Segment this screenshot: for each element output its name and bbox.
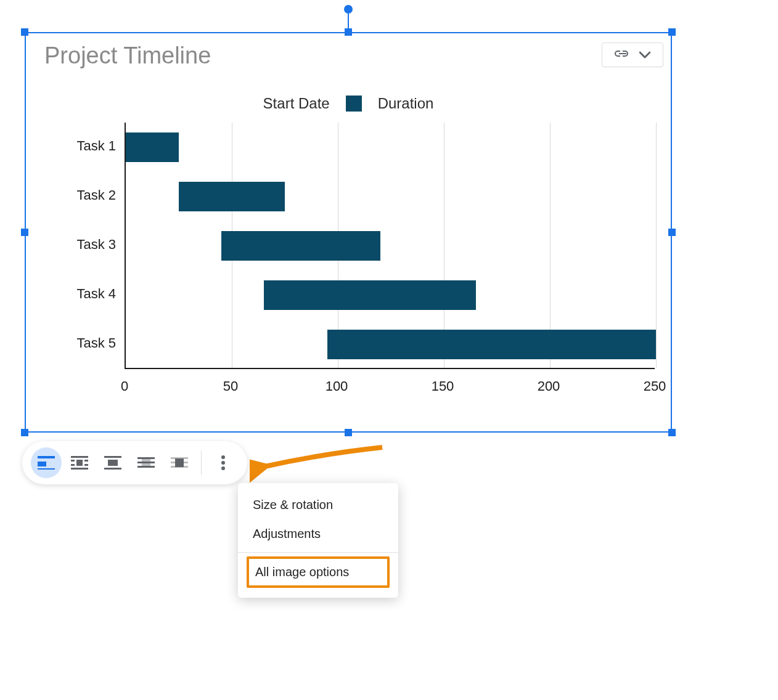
svg-rect-4 — [71, 460, 75, 462]
image-options-menu: Size & rotation Adjustments All image op… — [238, 483, 398, 598]
inline-button[interactable] — [31, 447, 62, 478]
bar-duration-segment — [126, 132, 179, 162]
legend-duration-label: Duration — [378, 95, 434, 112]
in-front-of-text-button[interactable] — [164, 447, 195, 478]
more-options-button[interactable] — [208, 447, 239, 478]
selection-handle-se[interactable] — [668, 429, 676, 436]
y-axis-label: Task 4 — [42, 286, 116, 302]
menu-item-adjustments[interactable]: Adjustments — [238, 519, 398, 548]
menu-divider — [238, 552, 398, 553]
x-axis-label: 100 — [326, 378, 348, 394]
break-text-icon — [104, 456, 121, 470]
svg-rect-10 — [104, 456, 121, 458]
bar-duration-segment — [264, 280, 476, 310]
x-axis-label: 200 — [538, 378, 560, 394]
selection-handle-ne[interactable] — [668, 28, 676, 36]
svg-point-22 — [221, 461, 225, 465]
legend-start-date-label: Start Date — [263, 95, 330, 112]
y-axis-label: Task 5 — [42, 335, 116, 351]
svg-rect-12 — [104, 468, 121, 470]
svg-rect-14 — [137, 457, 155, 459]
chart-title: Project Timeline — [44, 43, 211, 69]
behind-text-icon — [137, 456, 155, 470]
selection-handle-w[interactable] — [21, 229, 28, 236]
svg-rect-15 — [137, 462, 155, 463]
break-text-button[interactable] — [97, 447, 128, 478]
link-icon — [615, 51, 631, 59]
menu-item-size-rotation[interactable]: Size & rotation — [238, 490, 398, 519]
bar-duration-segment — [179, 182, 285, 211]
legend-duration-swatch — [346, 96, 362, 112]
svg-rect-0 — [38, 456, 55, 458]
svg-rect-7 — [71, 464, 75, 466]
bar-start-segment — [126, 280, 264, 310]
y-axis-label: Task 1 — [42, 138, 116, 154]
wrap-text-icon — [71, 456, 88, 470]
chart-legend: Start Date Duration — [26, 95, 671, 112]
chevron-down-icon — [639, 51, 650, 59]
svg-rect-1 — [38, 462, 46, 466]
in-front-of-text-icon — [171, 456, 188, 470]
svg-rect-16 — [137, 466, 155, 468]
x-axis-label: 250 — [644, 378, 666, 394]
gridline — [656, 123, 657, 368]
selection-handle-n[interactable] — [345, 28, 352, 36]
svg-rect-8 — [84, 464, 88, 466]
svg-point-23 — [221, 466, 225, 470]
bar-start-segment — [126, 182, 179, 211]
menu-item-all-image-options[interactable]: All image options — [247, 556, 390, 588]
svg-rect-3 — [71, 456, 88, 458]
svg-point-21 — [221, 455, 225, 459]
svg-rect-11 — [108, 460, 118, 466]
bar-start-segment — [126, 231, 221, 261]
wrap-text-button[interactable] — [64, 447, 95, 478]
x-axis-label: 0 — [121, 378, 128, 394]
bar-duration-segment — [221, 231, 380, 261]
x-axis-label: 150 — [432, 378, 454, 394]
plot-area — [125, 123, 655, 369]
bar-duration-segment — [327, 330, 656, 359]
bar-start-segment — [126, 330, 327, 359]
linked-chart-dropdown[interactable] — [602, 43, 663, 67]
annotation-arrow — [250, 441, 391, 484]
chart-selection-frame[interactable]: Project Timeline Start Date Duration — [25, 32, 672, 433]
y-axis-label: Task 2 — [42, 187, 116, 203]
kebab-icon — [221, 455, 225, 470]
behind-text-button[interactable] — [131, 447, 162, 478]
selection-handle-e[interactable] — [668, 229, 676, 236]
svg-rect-9 — [71, 468, 88, 470]
toolbar-divider — [201, 450, 202, 475]
svg-rect-6 — [76, 460, 83, 466]
rotation-handle[interactable] — [344, 5, 353, 14]
image-toolbar — [22, 441, 247, 484]
selection-handle-nw[interactable] — [21, 28, 28, 36]
svg-rect-20 — [175, 458, 184, 467]
svg-rect-2 — [38, 468, 55, 470]
y-axis-label: Task 3 — [42, 237, 116, 253]
inline-icon — [38, 456, 55, 470]
x-axis-label: 50 — [223, 378, 238, 394]
selection-handle-sw[interactable] — [21, 429, 28, 436]
selection-handle-s[interactable] — [345, 429, 352, 436]
svg-rect-5 — [84, 460, 88, 462]
